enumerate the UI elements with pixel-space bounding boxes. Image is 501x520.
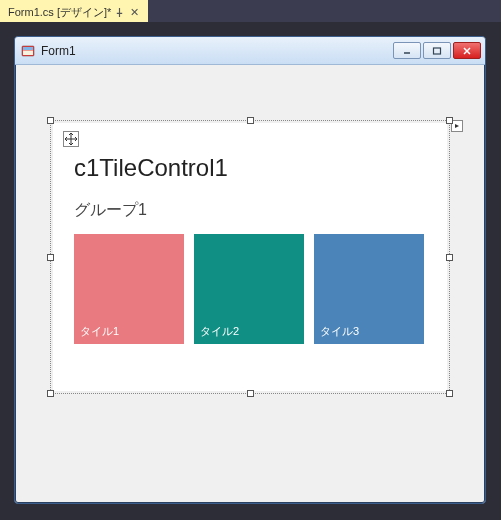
group-label: グループ1	[74, 200, 147, 221]
resize-handle-sw[interactable]	[47, 390, 54, 397]
form-window[interactable]: Form1 c1TileControl1 グループ1	[14, 36, 486, 504]
form-icon	[21, 44, 35, 58]
tile-row: タイル1 タイル2 タイル3	[74, 234, 424, 344]
pin-icon[interactable]	[115, 8, 124, 17]
ide-shell: Form1.cs [デザイン]* ✕ Form1	[0, 0, 501, 520]
control-title: c1TileControl1	[74, 154, 228, 182]
design-surface[interactable]: Form1 c1TileControl1 グループ1	[0, 22, 501, 520]
tile-label: タイル1	[80, 324, 119, 339]
document-tab[interactable]: Form1.cs [デザイン]* ✕	[0, 0, 148, 22]
form-title: Form1	[41, 44, 393, 58]
tile-3[interactable]: タイル3	[314, 234, 424, 344]
tile-1[interactable]: タイル1	[74, 234, 184, 344]
smart-tag-icon[interactable]	[451, 120, 463, 132]
close-button[interactable]	[453, 42, 481, 59]
move-grip-icon[interactable]	[63, 131, 79, 147]
resize-handle-se[interactable]	[446, 390, 453, 397]
tile-2[interactable]: タイル2	[194, 234, 304, 344]
tab-label: Form1.cs [デザイン]*	[8, 5, 111, 20]
maximize-button[interactable]	[423, 42, 451, 59]
svg-rect-4	[434, 48, 441, 54]
close-tab-icon[interactable]: ✕	[128, 7, 140, 19]
tile-label: タイル3	[320, 324, 359, 339]
minimize-button[interactable]	[393, 42, 421, 59]
form-client-area[interactable]: c1TileControl1 グループ1 タイル1 タイル2 タイル3	[19, 65, 481, 499]
svg-rect-1	[23, 47, 33, 50]
tile-label: タイル2	[200, 324, 239, 339]
c1-tile-control[interactable]: c1TileControl1 グループ1 タイル1 タイル2 タイル3	[53, 123, 447, 391]
tab-bar: Form1.cs [デザイン]* ✕	[0, 0, 501, 22]
resize-handle-s[interactable]	[247, 390, 254, 397]
window-buttons	[393, 42, 481, 59]
resize-handle-e[interactable]	[446, 254, 453, 261]
svg-rect-2	[23, 50, 33, 55]
titlebar[interactable]: Form1	[15, 37, 485, 65]
